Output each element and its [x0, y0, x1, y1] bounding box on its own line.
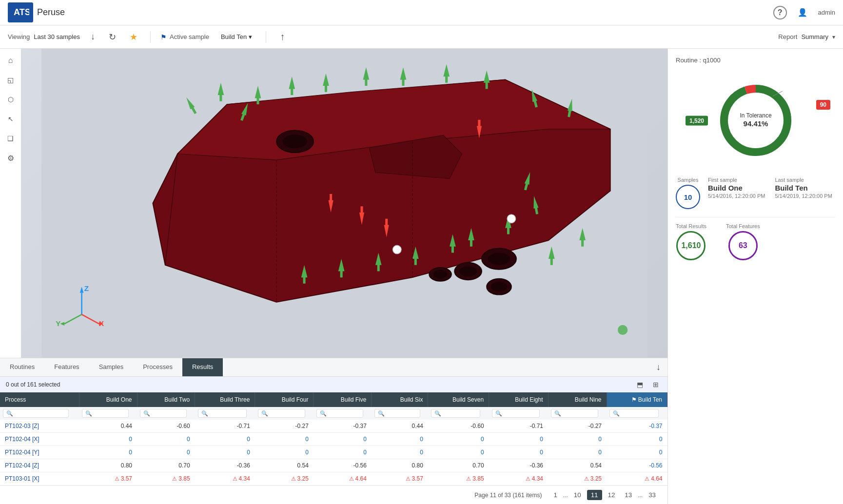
- tab-processes[interactable]: Processes: [133, 358, 182, 376]
- samples-count: 10: [684, 193, 692, 201]
- cell-b9: 0: [548, 433, 607, 446]
- b2-search[interactable]: [140, 409, 187, 418]
- viewing-label: Viewing: [8, 33, 30, 40]
- svg-point-34: [283, 135, 308, 148]
- cell-b2: ⚠3.85: [137, 472, 195, 485]
- settings-button[interactable]: ⚙: [3, 150, 19, 166]
- cell-b8: 0: [489, 433, 548, 446]
- tab-samples[interactable]: Samples: [89, 358, 134, 376]
- page-1-button[interactable]: 1: [549, 490, 561, 500]
- header-right: ? 👤 admin: [773, 6, 835, 19]
- summary-panel: Routine : q1000 1,520 In Tolerance 94.41…: [667, 49, 843, 504]
- svg-point-42: [491, 282, 507, 291]
- green-count: 1,520: [686, 116, 708, 126]
- star-button[interactable]: ★: [127, 31, 140, 43]
- red-count: 90: [816, 100, 830, 110]
- error-icon: ⚠: [115, 476, 119, 482]
- error-icon: ⚠: [233, 476, 237, 482]
- cell-b3: -0.71: [195, 420, 255, 433]
- page-12-button[interactable]: 12: [604, 490, 619, 500]
- download-button[interactable]: ↓: [88, 31, 98, 43]
- measure-button[interactable]: ◱: [3, 72, 19, 88]
- active-sample-label: Active sample: [170, 33, 209, 40]
- page-11-button[interactable]: 11: [587, 490, 602, 500]
- build-value: Build Ten: [221, 33, 247, 40]
- cell-b8: 0: [489, 446, 548, 459]
- upload-button[interactable]: ↑: [280, 31, 285, 42]
- error-icon: ⚠: [291, 476, 296, 482]
- b9-search[interactable]: [551, 409, 598, 418]
- cell-b5: -0.37: [314, 420, 372, 433]
- page-13-button[interactable]: 13: [621, 490, 636, 500]
- model-area: Z Y X: [21, 49, 667, 358]
- cell-b9: 0.54: [548, 459, 607, 472]
- last-sample-label: Last sample: [775, 177, 832, 183]
- b1-search[interactable]: [82, 409, 129, 418]
- error-icon: ⚠: [584, 476, 589, 482]
- home-view-button[interactable]: ⌂: [3, 53, 19, 68]
- b6-search[interactable]: [374, 409, 420, 418]
- svg-point-36: [488, 252, 510, 265]
- cell-b7: 0: [428, 446, 489, 459]
- totals-row: Total Results 1,610 Total Features 63: [676, 223, 835, 260]
- page-33-button[interactable]: 33: [645, 490, 660, 500]
- cell-process: PT103-01 [X]: [0, 472, 79, 485]
- b5-search[interactable]: [316, 409, 363, 418]
- green-badge: 1,520: [686, 117, 708, 124]
- copy-button[interactable]: ❑: [3, 131, 19, 146]
- tabs-bar: Routines Features Samples Processes Resu…: [0, 358, 667, 377]
- b10-search[interactable]: [609, 409, 659, 418]
- error-cell: ⚠3.57: [376, 475, 423, 482]
- export-button[interactable]: ⬒: [634, 380, 646, 389]
- grid-button[interactable]: ⊞: [650, 380, 662, 389]
- error-icon: ⚠: [406, 476, 411, 482]
- cell-b6: 0: [372, 446, 428, 459]
- col-build-one: Build One: [79, 392, 137, 407]
- tab-results[interactable]: Results: [182, 358, 223, 376]
- refresh-button[interactable]: ↻: [106, 31, 119, 43]
- cell-b7: ⚠3.85: [428, 472, 489, 485]
- process-search[interactable]: [3, 409, 69, 418]
- side-toolbar: ⌂ ◱ ⬡ ↖ ❑ ⚙: [0, 49, 21, 358]
- total-features-value: 63: [739, 241, 747, 250]
- cell-b2: 0.70: [137, 459, 195, 472]
- table-row: PT102-04 [Y] 0 0 0 0 0 0 0 0 0 0: [0, 446, 667, 459]
- b7-search[interactable]: [431, 409, 480, 418]
- total-results-item: Total Results 1,610: [676, 223, 706, 260]
- error-icon: ⚠: [172, 476, 177, 482]
- cursor-button[interactable]: ↖: [3, 111, 19, 127]
- cell-b1: 0: [79, 433, 137, 446]
- last-sample-name: Build Ten: [775, 184, 832, 192]
- svg-text:Y: Y: [56, 319, 60, 328]
- svg-point-58: [618, 325, 627, 335]
- cell-b4: 0: [255, 433, 314, 446]
- b8-search[interactable]: [492, 409, 540, 418]
- table-download-button[interactable]: ↓: [653, 361, 664, 373]
- b3-search[interactable]: [198, 409, 247, 418]
- cell-b6: 0.44: [372, 420, 428, 433]
- sample-dates-group: First sample Build One 5/14/2016, 12:20:…: [708, 177, 835, 199]
- help-button[interactable]: ?: [773, 6, 787, 19]
- main-layout: ⌂ ◱ ⬡ ↖ ❑ ⚙: [0, 49, 843, 504]
- cell-b10: -0.56: [607, 459, 667, 472]
- tab-routines[interactable]: Routines: [0, 358, 44, 376]
- selection-status: 0 out of 161 selected: [6, 381, 60, 388]
- report-dropdown-icon: ▾: [832, 34, 835, 40]
- admin-label: admin: [818, 9, 835, 16]
- 3d-model-svg: Z Y X: [21, 49, 667, 358]
- cube-button[interactable]: ⬡: [3, 92, 19, 107]
- build-select[interactable]: Build Ten ▾: [217, 31, 256, 42]
- app-name: Peruse: [37, 7, 65, 18]
- col-build-three: Build Three: [195, 392, 255, 407]
- user-button[interactable]: 👤: [795, 7, 810, 18]
- col-build-eight: Build Eight: [489, 392, 548, 407]
- col-process: Process: [0, 392, 79, 407]
- tab-features[interactable]: Features: [44, 358, 89, 376]
- donut-chart-container: 1,520 In Tolerance 94.41% 90: [676, 72, 835, 169]
- svg-text:In Tolerance: In Tolerance: [740, 112, 771, 119]
- cell-b7: -0.60: [428, 420, 489, 433]
- b4-search[interactable]: [258, 409, 305, 418]
- cell-b1: ⚠3.57: [79, 472, 137, 485]
- cell-b2: 0: [137, 433, 195, 446]
- page-10-button[interactable]: 10: [570, 490, 585, 500]
